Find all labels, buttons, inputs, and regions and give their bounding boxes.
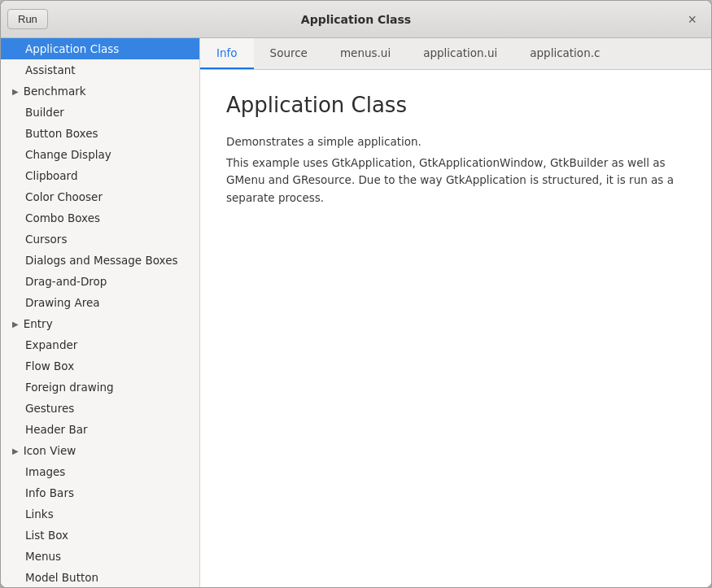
sidebar-item-assistant[interactable]: Assistant xyxy=(1,59,199,81)
sidebar-item-label: List Box xyxy=(25,529,68,542)
content-title: Application Class xyxy=(226,93,685,117)
sidebar: Application ClassAssistant▶BenchmarkBuil… xyxy=(1,38,200,587)
sidebar-item-icon-view[interactable]: ▶Icon View xyxy=(1,440,199,461)
sidebar-item-info-bars[interactable]: Info Bars xyxy=(1,482,199,503)
sidebar-item-label: Dialogs and Message Boxes xyxy=(25,254,178,267)
sidebar-item-label: Application Class xyxy=(25,42,119,55)
content-paragraph-1: Demonstrates a simple application. xyxy=(226,133,685,151)
sidebar-item-label: Flow Box xyxy=(25,359,74,372)
sidebar-item-entry[interactable]: ▶Entry xyxy=(1,313,199,334)
sidebar-item-dialogs-message-boxes[interactable]: Dialogs and Message Boxes xyxy=(1,250,199,271)
sidebar-item-label: Combo Boxes xyxy=(25,211,100,224)
sidebar-item-label: Info Bars xyxy=(25,486,74,499)
sidebar-item-change-display[interactable]: Change Display xyxy=(1,144,199,165)
sidebar-item-images[interactable]: Images xyxy=(1,461,199,482)
sidebar-item-label: Clipboard xyxy=(25,169,77,182)
sidebar-item-label: Builder xyxy=(25,106,64,119)
tab-source[interactable]: Source xyxy=(254,38,324,69)
tab-bar: InfoSourcemenus.uiapplication.uiapplicat… xyxy=(200,38,711,70)
sidebar-item-label: Foreign drawing xyxy=(25,381,114,394)
sidebar-item-label: Images xyxy=(25,465,65,478)
tab-application_ui[interactable]: application.ui xyxy=(407,38,513,69)
chevron-right-icon: ▶ xyxy=(12,87,19,96)
tab-application_c[interactable]: application.c xyxy=(513,38,616,69)
sidebar-item-label: Menus xyxy=(25,550,61,563)
sidebar-item-combo-boxes[interactable]: Combo Boxes xyxy=(1,207,199,229)
main-window: Run Application Class × Application Clas… xyxy=(0,0,712,588)
sidebar-item-label: Color Chooser xyxy=(25,190,103,203)
close-button[interactable]: × xyxy=(683,11,701,28)
content-paragraph-2: This example uses GtkApplication, GtkApp… xyxy=(226,155,685,207)
sidebar-item-header-bar[interactable]: Header Bar xyxy=(1,419,199,440)
chevron-right-icon: ▶ xyxy=(12,446,19,455)
sidebar-item-menus[interactable]: Menus xyxy=(1,546,199,567)
sidebar-item-clipboard[interactable]: Clipboard xyxy=(1,165,199,186)
run-button[interactable]: Run xyxy=(7,9,48,29)
sidebar-item-foreign-drawing[interactable]: Foreign drawing xyxy=(1,377,199,398)
sidebar-item-gestures[interactable]: Gestures xyxy=(1,398,199,419)
sidebar-item-builder[interactable]: Builder xyxy=(1,102,199,123)
sidebar-item-label: Assistant xyxy=(25,63,76,76)
titlebar-buttons: Run xyxy=(7,9,48,29)
sidebar-item-label: Expander xyxy=(25,338,77,351)
sidebar-item-label: Drag-and-Drop xyxy=(25,275,107,288)
main-panel: InfoSourcemenus.uiapplication.uiapplicat… xyxy=(200,38,711,587)
sidebar-item-benchmark[interactable]: ▶Benchmark xyxy=(1,81,199,102)
tab-info[interactable]: Info xyxy=(200,38,254,69)
content-body: Demonstrates a simple application. This … xyxy=(226,133,685,207)
sidebar-item-label: Gestures xyxy=(25,402,74,415)
tab-menus[interactable]: menus.ui xyxy=(324,38,407,69)
sidebar-item-links[interactable]: Links xyxy=(1,503,199,525)
sidebar-item-cursors[interactable]: Cursors xyxy=(1,229,199,250)
sidebar-item-flow-box[interactable]: Flow Box xyxy=(1,355,199,377)
sidebar-item-label: Header Bar xyxy=(25,423,88,436)
tab-content: Application Class Demonstrates a simple … xyxy=(200,70,711,587)
sidebar-item-label: Entry xyxy=(24,317,53,330)
sidebar-item-label: Benchmark xyxy=(24,85,86,98)
sidebar-item-label: Icon View xyxy=(24,444,76,457)
sidebar-item-label: Change Display xyxy=(25,148,111,161)
sidebar-item-expander[interactable]: Expander xyxy=(1,334,199,355)
sidebar-item-button-boxes[interactable]: Button Boxes xyxy=(1,123,199,144)
titlebar: Run Application Class × xyxy=(1,1,711,38)
sidebar-item-label: Cursors xyxy=(25,233,67,246)
sidebar-item-drag-drop[interactable]: Drag-and-Drop xyxy=(1,271,199,292)
chevron-right-icon: ▶ xyxy=(12,320,19,329)
content-area: Application ClassAssistant▶BenchmarkBuil… xyxy=(1,38,711,587)
window-title: Application Class xyxy=(301,13,411,26)
sidebar-item-label: Model Button xyxy=(25,571,98,584)
sidebar-item-label: Drawing Area xyxy=(25,296,100,309)
sidebar-item-drawing-area[interactable]: Drawing Area xyxy=(1,292,199,313)
sidebar-item-color-chooser[interactable]: Color Chooser xyxy=(1,186,199,207)
sidebar-item-label: Links xyxy=(25,507,54,520)
sidebar-item-application-class[interactable]: Application Class xyxy=(1,38,199,59)
sidebar-item-list-box[interactable]: List Box xyxy=(1,525,199,546)
sidebar-item-label: Button Boxes xyxy=(25,127,98,140)
sidebar-item-model-button[interactable]: Model Button xyxy=(1,567,199,587)
